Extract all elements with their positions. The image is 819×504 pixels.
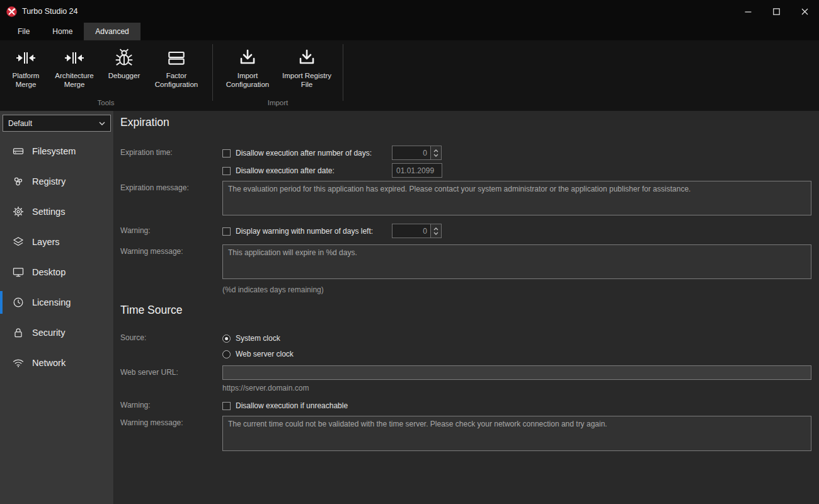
warning-message-textarea[interactable]: This application will expire in %d days. [222,244,811,279]
expiration-date-input[interactable] [392,163,442,178]
disallow-days-label: Disallow execution after number of days: [236,149,372,158]
section-title-expiration: Expiration [120,116,169,129]
sidebar-item-desktop[interactable]: Desktop [0,257,113,287]
close-button[interactable] [791,0,819,23]
display-warning-label: Display warning with number of days left… [236,227,373,236]
minimize-button[interactable] [734,0,762,23]
window-title: Turbo Studio 24 [22,7,77,16]
chevron-down-icon [99,122,105,125]
ribbon-group-label-tools: Tools [5,99,207,111]
sidebar-item-security[interactable]: Security [0,318,113,348]
download-icon [297,46,317,70]
disallow-date-checkbox[interactable] [222,167,231,175]
tab-advanced[interactable]: Advanced [84,23,140,40]
sidebar-item-settings[interactable]: Settings [0,197,113,227]
expiration-time-label: Expiration time: [120,146,222,157]
gear-icon [11,205,25,218]
system-clock-radio[interactable] [222,335,231,343]
ribbon-toolbar: Platform Merge Architecture Merge [0,40,819,111]
chevron-up-icon [433,227,438,231]
source-label: Source: [120,333,222,342]
disallow-unreachable-label: Disallow execution if unreachable [236,401,348,410]
web-server-clock-label: Web server clock [236,350,294,358]
web-server-url-row: Web server URL: https://server.domain.co… [120,365,811,392]
days-input[interactable] [392,146,430,160]
expiration-days-row: Expiration time: Disallow execution afte… [120,146,811,161]
window-controls [734,0,819,23]
sidebar-item-layers[interactable]: Layers [0,227,113,257]
display-warning-checkbox[interactable] [222,227,231,236]
sidebar-item-label: Network [32,358,66,368]
chevron-up-icon [433,149,438,152]
sidebar-item-registry[interactable]: Registry [0,166,113,197]
merge-icon [16,46,36,70]
web-server-url-input[interactable] [222,365,811,380]
expiration-message-textarea[interactable]: The evaluation period for this applicati… [222,181,811,215]
stacked-rects-icon [166,46,187,70]
time-source-warning-message-textarea[interactable]: The current time could not be validated … [222,416,811,451]
app-logo-icon [6,6,17,17]
disallow-unreachable-checkbox[interactable] [222,402,231,410]
spinner-buttons[interactable] [430,224,442,238]
lock-icon [11,326,25,339]
sidebar-item-licensing[interactable]: Licensing [0,287,113,318]
sidebar: Default Filesystem Registry [0,111,114,504]
factor-configuration-button[interactable]: Factor Configuration [147,44,205,99]
web-server-url-label: Web server URL: [120,365,222,377]
debugger-button[interactable]: Debugger [102,44,146,99]
ribbon-button-label: Debugger [108,72,140,81]
layers-icon [11,236,25,248]
sidebar-item-label: Layers [32,237,60,247]
menu-tab-bar: File Home Advanced [0,23,819,40]
import-configuration-button[interactable]: Import Configuration [219,44,277,99]
profile-dropdown[interactable]: Default [3,115,111,132]
disallow-days-checkbox[interactable] [222,149,231,158]
web-server-clock-radio[interactable] [222,350,231,358]
ribbon-button-label: Factor Configuration [150,72,203,89]
ribbon-divider [343,44,343,101]
ribbon-group-label-import: Import [219,99,337,111]
ribbon-button-label: Architecture Merge [50,72,98,89]
warning-days-input[interactable] [392,224,430,238]
drive-icon [11,145,25,158]
expiration-date-row: Disallow execution after date: [120,163,811,178]
ribbon-group-import: Import Configuration Import Registry Fil… [219,40,337,111]
title-bar: Turbo Studio 24 [0,0,819,23]
ribbon-button-label: Import Registry File [280,72,333,89]
warning-message-hint: (%d indicates days remaining) [222,285,811,294]
ribbon-group-tools: Platform Merge Architecture Merge [5,40,207,111]
warning-label: Warning: [120,398,222,410]
tab-file[interactable]: File [6,23,41,40]
import-registry-file-button[interactable]: Import Registry File [278,44,336,99]
maximize-button[interactable] [762,0,791,23]
sidebar-item-network[interactable]: Network [0,348,113,378]
chevron-down-icon [433,232,438,235]
days-spinbox [392,146,442,160]
ribbon-button-label: Import Configuration [221,72,274,89]
maximize-icon [773,8,780,15]
spinner-buttons[interactable] [430,146,442,160]
monitor-icon [11,266,25,278]
architecture-merge-button[interactable]: Architecture Merge [48,44,101,99]
sidebar-item-filesystem[interactable]: Filesystem [0,136,113,166]
warning-message-label: Warning message: [120,244,222,256]
section-title-time-source: Time Source [120,304,183,317]
close-icon [801,8,808,15]
minimize-icon [745,8,752,15]
sidebar-nav: Filesystem Registry Settings [0,136,113,378]
tab-home[interactable]: Home [41,23,84,40]
platform-merge-button[interactable]: Platform Merge [5,44,47,99]
download-icon [238,46,258,70]
chevron-down-icon [433,154,438,157]
web-server-url-hint: https://server.domain.com [222,384,811,392]
disallow-date-label: Disallow execution after date: [236,166,335,175]
sidebar-item-label: Security [32,328,65,338]
sidebar-item-label: Filesystem [32,146,76,156]
warning-days-spinbox [392,224,442,238]
warning-message-label: Warning message: [120,416,222,427]
merge-icon [64,46,84,70]
sidebar-item-label: Licensing [32,297,71,307]
ribbon-button-label: Platform Merge [8,72,44,89]
unreachable-warning-row: Warning: Disallow execution if unreachab… [120,398,811,413]
time-source-warning-message-row: Warning message: The current time could … [120,416,811,454]
